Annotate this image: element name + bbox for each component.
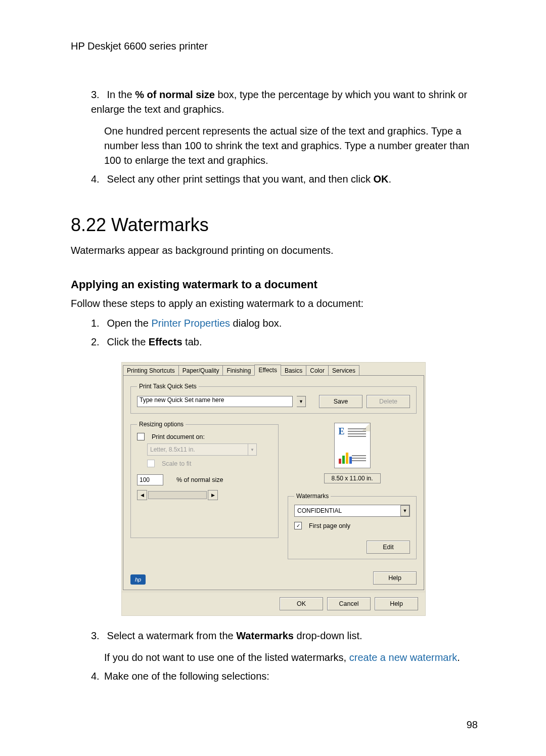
resizing-legend: Resizing options xyxy=(137,421,186,428)
page-preview: E xyxy=(334,423,371,468)
cancel-button[interactable]: Cancel xyxy=(327,597,371,610)
target-paper-select: Letter, 8.5x11 in. ▼ xyxy=(147,443,257,456)
first-page-only-label: First page only xyxy=(309,522,350,529)
create-watermark-link[interactable]: create a new watermark xyxy=(349,652,457,663)
effects-bold: Effects xyxy=(149,336,183,347)
watermark-dropdown-arrow[interactable]: ▼ xyxy=(400,505,410,516)
percent-slider[interactable]: ◀ ▶ xyxy=(137,491,218,500)
printer-properties-dialog: Printing Shortcuts Paper/Quality Finishi… xyxy=(121,362,426,616)
tab-printing-shortcuts[interactable]: Printing Shortcuts xyxy=(123,365,179,376)
chevron-down-icon: ▼ xyxy=(248,444,256,455)
watermarks-legend: Watermarks xyxy=(294,493,331,500)
step-4: 4. Select any other print settings that … xyxy=(91,172,478,187)
inner-help-button[interactable]: Help xyxy=(373,571,417,585)
help-button[interactable]: Help xyxy=(375,597,418,610)
apply-steps-list: 1. Open the Printer Properties dialog bo… xyxy=(71,316,478,349)
apply-step-4: 4.Make one of the following selections: xyxy=(91,669,478,684)
step-3-detail: One hundred percent represents the actua… xyxy=(104,124,478,168)
tab-basics[interactable]: Basics xyxy=(281,365,306,376)
tab-services[interactable]: Services xyxy=(328,365,359,376)
page-header: HP Deskjet 6600 series printer xyxy=(71,40,478,52)
apply-step-3-detail: If you do not want to use one of the lis… xyxy=(104,650,478,665)
apply-steps-list-continued: 3. Select a watermark from the Watermark… xyxy=(71,629,478,684)
apply-step-2: 2. Click the Effects tab. xyxy=(91,335,478,349)
watermarks-bold: Watermarks xyxy=(236,630,294,641)
quickset-dropdown-arrow[interactable]: ▼ xyxy=(297,396,306,407)
quicksets-group: Print Task Quick Sets Type new Quick Set… xyxy=(130,383,417,414)
preview-text-lines-2 xyxy=(352,455,366,463)
step-3: 3. In the % of normal size box, type the… xyxy=(91,87,478,168)
ok-button[interactable]: OK xyxy=(280,597,323,610)
dialog-tabs: Printing Shortcuts Paper/Quality Finishi… xyxy=(122,363,425,376)
hp-logo-icon: hp xyxy=(130,574,146,585)
print-document-on-checkbox[interactable] xyxy=(137,433,145,440)
section-title: 8.22 Watermarks xyxy=(71,214,478,236)
normal-size-bold: % of normal size xyxy=(135,89,215,100)
preview-chart-icon xyxy=(339,453,352,464)
slider-track[interactable] xyxy=(148,491,207,499)
printer-properties-link[interactable]: Printer Properties xyxy=(151,318,230,329)
apply-step-3: 3. Select a watermark from the Watermark… xyxy=(91,629,478,665)
scale-to-fit-label: Scale to fit xyxy=(162,460,191,467)
effects-dialog-figure: Printing Shortcuts Paper/Quality Finishi… xyxy=(121,362,478,616)
delete-button: Delete xyxy=(367,395,410,408)
dialog-button-bar: OK Cancel Help xyxy=(122,592,425,615)
percent-label: % of normal size xyxy=(176,476,223,483)
effects-tab-panel: Print Task Quick Sets Type new Quick Set… xyxy=(123,375,424,590)
slider-right-button[interactable]: ▶ xyxy=(208,490,218,500)
quickset-name-input[interactable]: Type new Quick Set name here xyxy=(137,396,293,407)
first-page-only-checkbox[interactable]: ✓ xyxy=(294,522,302,529)
tab-finishing[interactable]: Finishing xyxy=(222,365,255,376)
section-intro: Watermarks appear as background printing… xyxy=(71,243,478,258)
subsection-title: Applying an existing watermark to a docu… xyxy=(71,278,478,291)
percent-input[interactable]: 100 xyxy=(137,474,163,485)
apply-step-1: 1. Open the Printer Properties dialog bo… xyxy=(91,316,478,331)
print-document-on-label: Print document on: xyxy=(152,433,205,440)
edit-button[interactable]: Edit xyxy=(367,541,410,554)
slider-left-button[interactable]: ◀ xyxy=(137,490,147,500)
preview-text-lines xyxy=(348,428,366,438)
tab-paper-quality[interactable]: Paper/Quality xyxy=(178,365,223,376)
tab-color[interactable]: Color xyxy=(306,365,329,376)
resizing-group: Resizing options Print document on: Lett… xyxy=(130,421,279,538)
tab-effects[interactable]: Effects xyxy=(254,365,281,376)
watermarks-group: Watermarks CONFIDENTIAL ▼ ✓ First page o… xyxy=(288,493,417,559)
preview-letter-icon: E xyxy=(339,426,345,437)
subsection-intro: Follow these steps to apply an existing … xyxy=(71,296,478,311)
ok-bold: OK xyxy=(374,173,389,185)
preview-dimensions: 8.50 x 11.00 in. xyxy=(324,473,381,483)
continued-steps-list: 3. In the % of normal size box, type the… xyxy=(71,87,478,187)
scale-to-fit-checkbox xyxy=(147,460,155,467)
quicksets-legend: Print Task Quick Sets xyxy=(137,383,199,390)
watermark-select[interactable]: CONFIDENTIAL ▼ xyxy=(294,505,410,517)
page-number: 98 xyxy=(467,719,478,731)
save-button[interactable]: Save xyxy=(319,395,362,408)
